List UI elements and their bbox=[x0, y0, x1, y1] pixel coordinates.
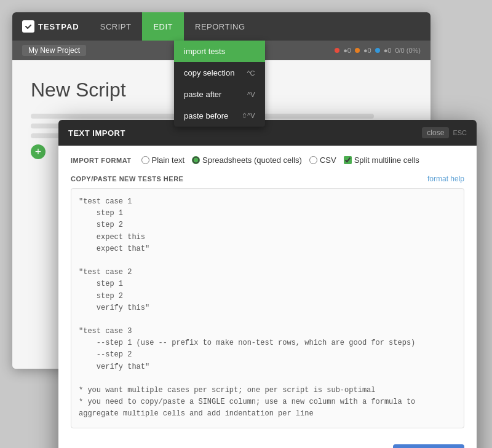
menu-item-paste-before-label: paste before bbox=[184, 111, 228, 120]
logo-text: TESTPAD bbox=[38, 22, 79, 31]
radio-spreadsheet[interactable]: Spreadsheets (quoted cells) bbox=[192, 155, 302, 165]
split-multiline-input[interactable] bbox=[344, 156, 352, 164]
modal-title: TEXT IMPORT bbox=[68, 128, 125, 138]
esc-label: ESC bbox=[453, 129, 467, 136]
dropdown-menu: import tests copy selection ^C paste aft… bbox=[174, 41, 265, 127]
menu-item-paste-before[interactable]: paste before ⇧^V bbox=[174, 105, 265, 127]
logo-area: TESTPAD bbox=[12, 20, 89, 33]
import-button[interactable]: IMPORT bbox=[393, 444, 464, 448]
format-help-link[interactable]: format help bbox=[427, 175, 464, 183]
status-dots: ●0 ●0 ●0 0/0 (0%) bbox=[335, 47, 421, 54]
breadcrumb[interactable]: My New Project bbox=[22, 45, 86, 56]
menu-item-paste-after-shortcut: ^V bbox=[247, 91, 255, 98]
radio-spreadsheet-input[interactable] bbox=[192, 156, 200, 164]
menu-item-paste-after-label: paste after bbox=[184, 90, 221, 99]
radio-csv-input[interactable] bbox=[309, 156, 317, 164]
radio-csv[interactable]: CSV bbox=[309, 155, 336, 165]
text-import-modal: TEXT IMPORT close ESC IMPORT FORMAT Plai… bbox=[58, 120, 477, 448]
radio-plain-input[interactable] bbox=[141, 156, 149, 164]
dot-orange bbox=[355, 48, 360, 53]
radio-group: Plain text Spreadsheets (quoted cells) C… bbox=[141, 155, 419, 165]
nav-script[interactable]: SCRIPT bbox=[89, 12, 143, 41]
status-orange: ●0 bbox=[363, 47, 371, 54]
copy-paste-label: COPY/PASTE NEW TESTS HERE bbox=[71, 175, 183, 183]
menu-item-paste-before-shortcut: ⇧^V bbox=[242, 112, 255, 120]
dot-blue bbox=[375, 48, 380, 53]
copy-paste-header: COPY/PASTE NEW TESTS HERE format help bbox=[71, 175, 464, 183]
close-label: close bbox=[422, 127, 449, 138]
dot-red bbox=[335, 48, 339, 53]
add-button[interactable]: + bbox=[31, 144, 46, 159]
top-nav: TESTPAD SCRIPT EDIT REPORTING bbox=[12, 12, 430, 41]
radio-plain-text[interactable]: Plain text bbox=[141, 155, 184, 165]
status-count: 0/0 (0%) bbox=[395, 47, 421, 54]
menu-item-copy-shortcut: ^C bbox=[247, 69, 255, 77]
status-red: ●0 bbox=[343, 47, 351, 54]
menu-item-import-label: import tests bbox=[184, 47, 225, 56]
modal-body: IMPORT FORMAT Plain text Spreadsheets (q… bbox=[58, 146, 477, 438]
modal-footer: IMPORT bbox=[58, 438, 477, 448]
radio-plain-label: Plain text bbox=[152, 155, 184, 165]
nav-reporting[interactable]: REPORTING bbox=[184, 12, 256, 41]
import-format-row: IMPORT FORMAT Plain text Spreadsheets (q… bbox=[71, 155, 464, 165]
close-button[interactable]: close ESC bbox=[422, 127, 467, 138]
import-format-label: IMPORT FORMAT bbox=[71, 157, 132, 164]
status-blue: ●0 bbox=[384, 47, 392, 54]
split-multiline-label: Split multiline cells bbox=[354, 155, 419, 165]
logo-icon bbox=[22, 20, 34, 33]
menu-item-paste-after[interactable]: paste after ^V bbox=[174, 84, 265, 105]
radio-csv-label: CSV bbox=[320, 155, 336, 165]
radio-spreadsheet-label: Spreadsheets (quoted cells) bbox=[202, 155, 302, 165]
nav-edit[interactable]: EDIT bbox=[142, 12, 184, 41]
checkbox-split-multiline[interactable]: Split multiline cells bbox=[344, 155, 419, 165]
menu-item-copy-label: copy selection bbox=[184, 68, 234, 77]
modal-header: TEXT IMPORT close ESC bbox=[58, 120, 477, 146]
text-import-area[interactable]: "test case 1 step 1 step 2 expect this e… bbox=[71, 188, 464, 428]
menu-item-copy[interactable]: copy selection ^C bbox=[174, 62, 265, 84]
menu-item-import[interactable]: import tests bbox=[174, 41, 265, 62]
